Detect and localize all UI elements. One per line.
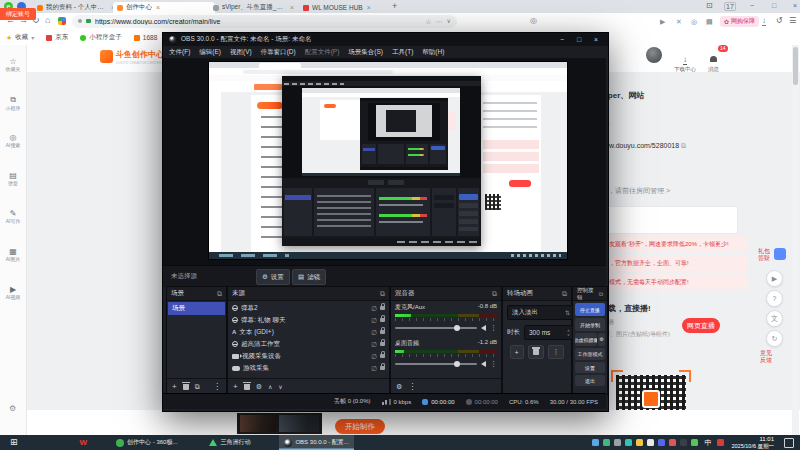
tray-icon[interactable] xyxy=(592,439,599,446)
taskbar-clock[interactable]: 11:01 2025/10/6 星期一 xyxy=(732,436,775,450)
popout-icon[interactable]: ⧉ xyxy=(562,290,567,297)
add-source-button[interactable]: + xyxy=(233,383,238,391)
download-icon[interactable]: ↓ xyxy=(762,17,766,26)
source-row-text[interactable]: A文本 (GDI+) ∅ xyxy=(228,326,389,338)
obs-title-bar[interactable]: OBS 30.0.0 - 配置文件: 未命名 - 场景: 未命名 − □ × xyxy=(163,33,608,46)
home-icon[interactable]: ⌂ xyxy=(45,16,50,25)
mic-options-button[interactable]: ⋮ xyxy=(490,324,497,331)
scenes-more-button[interactable]: ⋮ xyxy=(213,383,221,391)
advanced-audio-button[interactable]: ⚙ xyxy=(396,383,402,390)
tab-close-icon[interactable]: × xyxy=(156,4,160,11)
messages-button[interactable]: 消息 14 xyxy=(708,48,719,73)
bookmark-favorites[interactable]: ★ 收藏 ▾ xyxy=(6,33,34,42)
tray-icon[interactable] xyxy=(691,439,698,446)
obs-minimize-button[interactable]: − xyxy=(556,36,568,43)
obs-menu-view[interactable]: 视图(V) xyxy=(230,48,252,57)
controls-dock-header[interactable]: 控制按钮⧉ xyxy=(573,287,607,301)
ime-indicator[interactable]: 中 xyxy=(705,438,712,448)
popout-icon[interactable]: ⧉ xyxy=(380,290,385,297)
step-down-icon[interactable]: ∨ xyxy=(567,333,570,337)
speaker-icon[interactable] xyxy=(481,361,486,367)
more-icon[interactable]: ⋯ xyxy=(436,18,443,25)
start-create-button[interactable]: 开始制作 xyxy=(335,419,385,434)
sources-dock-header[interactable]: 来源⧉ xyxy=(228,287,389,301)
avatar[interactable] xyxy=(646,47,662,63)
tray-icon[interactable] xyxy=(636,439,643,446)
source-row-game-capture[interactable]: 游戏采集 ∅ xyxy=(228,362,389,374)
preview-settings-button[interactable]: ⚙ 设置 xyxy=(256,269,290,285)
visibility-hidden-icon[interactable]: ∅ xyxy=(371,365,377,372)
gift-help-label[interactable]: 礼包 答疑 xyxy=(758,248,770,262)
new-tab-button[interactable]: + xyxy=(392,2,397,11)
slider-knob[interactable] xyxy=(454,361,460,367)
tray-icon[interactable] xyxy=(669,439,676,446)
obs-menu-file[interactable]: 文件(F) xyxy=(169,48,190,57)
page-scrollbar[interactable] xyxy=(792,45,799,435)
lock-icon[interactable] xyxy=(380,342,385,346)
exit-button[interactable]: 退出 xyxy=(575,375,605,386)
source-properties-button[interactable]: ⚙ xyxy=(256,383,262,390)
tray-icon[interactable] xyxy=(614,439,621,446)
apps-grid-icon[interactable] xyxy=(58,17,66,25)
lock-icon[interactable] xyxy=(380,306,385,310)
settings-button[interactable]: 设置 xyxy=(575,362,605,373)
tab-creator-center[interactable]: 创作中心 × xyxy=(113,2,215,13)
tab-profile[interactable]: 我的资料 - 个人中心 - 斗鱼 × xyxy=(33,2,119,13)
popout-icon[interactable]: ⧉ xyxy=(217,290,222,297)
taskbar-app-browser[interactable]: 创作中心 - 360极... xyxy=(111,435,182,450)
cross-ext-icon[interactable]: ✕ xyxy=(676,18,682,25)
visibility-hidden-icon[interactable]: ∅ xyxy=(371,317,377,324)
sidebar-item-miniapp[interactable]: ⧉小程序 xyxy=(0,95,26,112)
scene-list-item[interactable]: 场景 xyxy=(168,302,225,315)
obs-close-button[interactable]: × xyxy=(590,36,602,43)
sidebar-settings-gear-icon[interactable]: ⚙ xyxy=(9,405,16,413)
chat-bubble-icon[interactable] xyxy=(774,248,786,260)
visibility-hidden-icon[interactable]: ∅ xyxy=(371,329,377,336)
window-maximize-button[interactable]: □ xyxy=(768,2,780,9)
source-row-danmu2[interactable]: 弹幕2 ∅ xyxy=(228,302,389,314)
virtual-camera-config-button[interactable]: ⚙ xyxy=(598,333,605,346)
scrollbar-thumb[interactable] xyxy=(793,47,798,85)
tray-icon[interactable] xyxy=(625,439,632,446)
duration-stepper[interactable]: 300 ms ∧ ∨ xyxy=(524,325,575,340)
bookmark-star-icon[interactable]: ☆ xyxy=(425,18,431,25)
address-bar[interactable]: https://www.douyu.com/creator/main/live … xyxy=(72,15,457,28)
tray-icon[interactable] xyxy=(680,439,687,446)
visibility-hidden-icon[interactable]: ∅ xyxy=(371,341,377,348)
transition-props-button[interactable]: ⋮ xyxy=(548,345,565,359)
remove-transition-button[interactable] xyxy=(528,345,544,359)
bookmark-miniapp-box[interactable]: 小程序盒子 xyxy=(80,33,122,42)
lock-icon[interactable] xyxy=(380,354,385,358)
video-thumb[interactable] xyxy=(279,415,319,432)
transition-select[interactable]: 淡入淡出 ⇅ xyxy=(507,305,575,320)
scenes-dock-header[interactable]: 场景⧉ xyxy=(167,287,226,301)
tab-close-icon[interactable]: × xyxy=(367,4,371,11)
history-icon[interactable]: ↻ xyxy=(776,17,783,25)
extensions-puzzle-icon[interactable]: ▤ xyxy=(706,18,713,25)
sidebar-item-ai-image[interactable]: ▦AI图片 xyxy=(0,247,26,263)
sidebar-item-favorites[interactable]: ☆收藏夹 xyxy=(0,57,26,73)
move-down-button[interactable]: ∨ xyxy=(278,384,282,390)
tab-sviper-room[interactable]: sViper、斗鱼直播_sViper... × xyxy=(209,2,303,13)
stop-streaming-button[interactable]: 停止直播 xyxy=(575,303,605,316)
notification-center-icon[interactable] xyxy=(784,438,794,448)
tray-icon[interactable] xyxy=(658,439,665,446)
desktop-volume-slider[interactable]: ⋮ xyxy=(395,359,497,368)
visibility-hidden-icon[interactable]: ∅ xyxy=(371,353,377,360)
tray-icon-red[interactable] xyxy=(717,439,724,446)
taskbar-app-delta-force[interactable]: 三角洲行动 xyxy=(204,435,255,450)
remove-scene-button[interactable] xyxy=(183,384,189,390)
popout-icon[interactable]: ⧉ xyxy=(492,290,497,297)
tray-icon[interactable] xyxy=(603,439,610,446)
obs-menu-docks[interactable]: 停靠窗口(D) xyxy=(261,48,296,57)
tab-count-badge[interactable]: 17 xyxy=(724,2,736,11)
share-icon[interactable]: ▶ xyxy=(660,18,665,25)
obs-maximize-button[interactable]: □ xyxy=(573,36,585,43)
obs-preview[interactable] xyxy=(163,58,606,265)
start-button[interactable]: ⊞ xyxy=(10,438,18,447)
feedback-label[interactable]: 意见 反馈 xyxy=(760,350,772,364)
add-scene-button[interactable]: + xyxy=(172,383,177,391)
move-up-button[interactable]: ∧ xyxy=(268,384,272,390)
window-minimize-button[interactable]: − xyxy=(746,2,758,9)
video-thumbs-strip[interactable] xyxy=(237,413,322,434)
